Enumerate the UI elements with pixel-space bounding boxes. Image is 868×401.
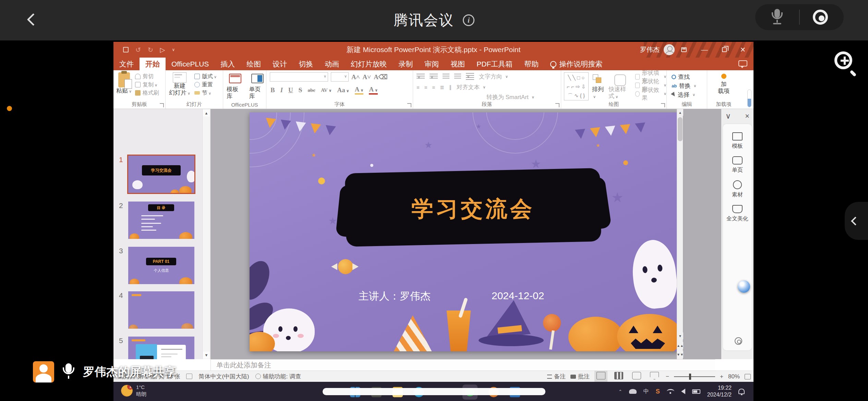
collapse-panel-icon[interactable]: ∨ <box>725 112 731 121</box>
font-size-combo[interactable] <box>331 72 349 82</box>
grow-font-icon[interactable]: A˄ <box>351 73 360 81</box>
account[interactable]: 罗伟杰 <box>640 42 675 58</box>
close-panel-icon[interactable]: × <box>745 112 749 121</box>
layout-button[interactable]: 版式 <box>194 72 217 81</box>
tab-insert[interactable]: 插入 <box>215 58 241 70</box>
comments-icon[interactable] <box>738 60 747 66</box>
tab-design[interactable]: 设计 <box>267 58 293 70</box>
clipboard-dialog-launcher[interactable] <box>160 103 164 107</box>
battery-icon[interactable] <box>692 389 700 394</box>
scroll-up-icon[interactable]: ▲ <box>203 110 210 117</box>
drawing-dialog-launcher[interactable] <box>661 103 665 107</box>
ribbon-display-options-icon[interactable] <box>676 42 692 58</box>
wifi-icon[interactable] <box>667 389 674 394</box>
format-painter-button[interactable]: 格式刷 <box>135 89 159 97</box>
shrink-font-icon[interactable]: A˅ <box>363 73 371 81</box>
bullets-icon[interactable] <box>417 74 425 80</box>
smartart-button[interactable]: 转换为 SmartArt <box>486 93 561 101</box>
line-spacing-icon[interactable] <box>466 73 474 81</box>
addins-button[interactable]: 加 载项 <box>707 72 740 95</box>
canvas-scrollbar[interactable]: ▲ ▼ ▲▲ ▼▼ <box>677 109 683 359</box>
next-slide-icon[interactable]: ▼▼ <box>677 351 683 358</box>
ime-indicator[interactable]: 中 <box>643 388 649 395</box>
slide-presenter[interactable]: 主讲人：罗伟杰 <box>359 289 431 303</box>
floating-assistant-ball[interactable] <box>738 280 750 293</box>
font-name-combo[interactable] <box>270 72 328 82</box>
tab-transitions[interactable]: 切换 <box>293 58 319 70</box>
notification-bell-icon[interactable] <box>738 389 745 394</box>
tab-file[interactable]: 文件 <box>113 58 140 70</box>
tab-review[interactable]: 审阅 <box>419 58 445 70</box>
copy-button[interactable]: 复制 <box>135 81 159 89</box>
thumbnail-scrollbar[interactable]: ▲ ▼ <box>202 109 210 359</box>
notes-pane[interactable]: 单击此处添加备注 <box>210 359 715 370</box>
thumbnail-slide-5[interactable] <box>128 337 194 359</box>
home-indicator[interactable] <box>323 388 545 395</box>
align-left-icon[interactable]: ≡ <box>417 84 420 90</box>
annotation-dot[interactable] <box>7 106 12 111</box>
tab-draw[interactable]: 绘图 <box>241 58 267 70</box>
shape-effects-button[interactable]: 形状效果 <box>635 89 666 98</box>
quick-styles-button[interactable]: 快速样式 <box>608 74 631 100</box>
accessibility-status[interactable]: 辅助功能: 调查 <box>263 373 301 380</box>
tab-view[interactable]: 视图 <box>445 58 471 70</box>
thumbnail-slide-1[interactable]: 学习交流会 <box>128 156 194 193</box>
slide-title[interactable]: 学习交流会 <box>346 194 601 224</box>
sidepanel-item-page[interactable]: 单页 <box>723 156 752 174</box>
decrease-indent-icon[interactable] <box>443 74 449 80</box>
scroll-up-icon[interactable]: ▲ <box>677 109 683 116</box>
mic-icon[interactable] <box>771 9 783 25</box>
speaker-icon[interactable] <box>681 389 685 394</box>
shapes-gallery[interactable]: ╲ ╲ □ ○⌐ ⌐ ⇨ ⇩⌒ ∿ { } <box>564 72 589 100</box>
sidepanel-item-material[interactable]: 素材 <box>723 180 752 198</box>
magnifier-zoom-icon[interactable] <box>832 50 859 77</box>
replace-button[interactable]: ab替换 <box>672 81 707 90</box>
find-button[interactable]: 查找 <box>672 72 707 81</box>
tab-officeplus[interactable]: OfficePLUS <box>166 58 215 70</box>
strikethrough-button[interactable]: S <box>299 86 302 94</box>
paragraph-dialog-launcher[interactable] <box>555 103 559 107</box>
zoom-handle[interactable] <box>689 374 691 380</box>
arrange-button[interactable]: 排列 <box>592 74 605 100</box>
fit-to-window-icon[interactable] <box>745 374 751 379</box>
increase-indent-icon[interactable] <box>454 74 461 80</box>
columns-icon[interactable]: ∥ <box>449 84 452 90</box>
justify-icon[interactable]: ≣ <box>440 84 444 90</box>
tab-record[interactable]: 录制 <box>393 58 419 70</box>
zoom-level[interactable]: 80% <box>728 373 740 380</box>
thumbnail-slide-3[interactable]: PART 01 个人信息 <box>128 247 194 284</box>
char-spacing-button[interactable]: AV <box>321 87 332 93</box>
italic-button[interactable]: I <box>280 86 283 94</box>
notes-toggle[interactable]: 备注 <box>547 373 566 380</box>
section-button[interactable]: 节 <box>194 89 217 97</box>
tab-slideshow[interactable]: 幻灯片放映 <box>345 58 393 70</box>
align-text-button[interactable]: 对齐文本 <box>456 83 485 92</box>
comments-toggle[interactable]: 批注 <box>570 373 590 380</box>
highlight-button[interactable]: A <box>355 86 364 95</box>
align-center-icon[interactable]: ≡ <box>424 84 427 90</box>
single-page-library-button[interactable]: 单页库 <box>249 74 266 100</box>
numbering-icon[interactable] <box>430 74 438 80</box>
restore-icon[interactable] <box>716 42 732 58</box>
clear-format-icon[interactable]: A⌫ <box>374 73 388 81</box>
underline-button[interactable]: U <box>288 86 293 94</box>
cloud-icon[interactable] <box>629 389 637 394</box>
abc-button[interactable]: abc <box>308 87 315 93</box>
zoom-in-icon[interactable]: + <box>720 373 723 380</box>
font-color-button[interactable]: A <box>369 86 378 95</box>
sidepanel-item-beautify[interactable]: 全文美化 <box>723 205 752 222</box>
slide-sorter-button[interactable] <box>612 371 625 382</box>
new-slide-button[interactable]: 新建 幻灯片 <box>169 72 190 97</box>
paste-button[interactable]: 粘贴 <box>116 72 132 97</box>
reading-view-button[interactable] <box>630 371 643 382</box>
change-case-button[interactable]: Aa <box>337 86 349 94</box>
taskbar-clock[interactable]: 19:22 2024/12/2 <box>707 385 732 398</box>
close-icon[interactable]: ✕ <box>735 42 751 58</box>
align-right-icon[interactable]: ≡ <box>432 84 435 90</box>
tell-me-search[interactable]: 操作说明搜索 <box>544 58 608 70</box>
back-icon[interactable] <box>27 13 40 26</box>
tray-expand-icon[interactable]: ⌃ <box>618 389 622 394</box>
slide-date[interactable]: 2024-12-02 <box>492 290 544 302</box>
font-dialog-launcher[interactable] <box>407 103 411 107</box>
tab-home[interactable]: 开始 <box>140 58 166 70</box>
